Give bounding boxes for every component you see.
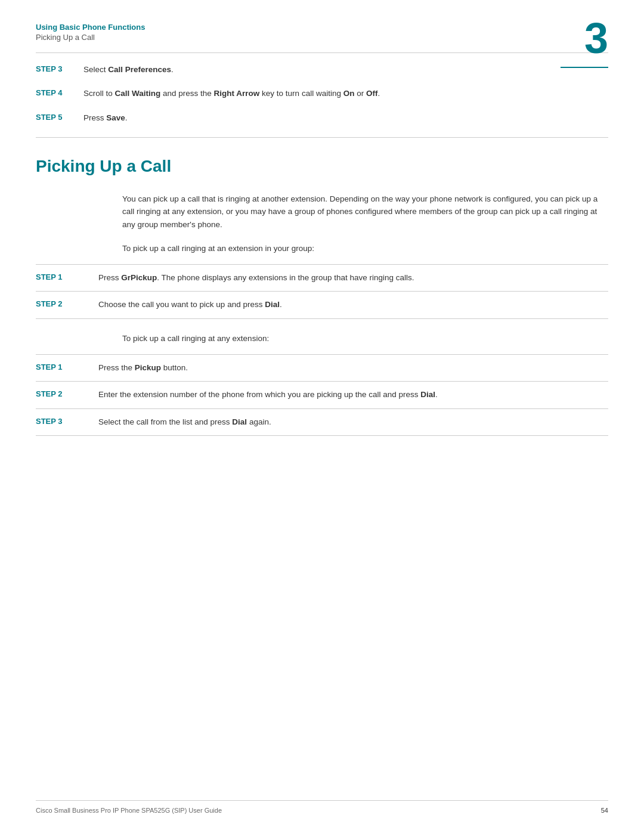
footer-page: 54	[601, 807, 608, 814]
any-ext-step-content-1: Press the Pickup button.	[83, 362, 188, 374]
header: Using Basic Phone Functions Picking Up a…	[0, 0, 644, 42]
top-step-content-4: Scroll to Call Waiting and press the Rig…	[83, 88, 380, 100]
top-step-row-4: STEP 4 Scroll to Call Waiting and press …	[36, 88, 608, 106]
any-ext-step-label-3: STEP 3	[36, 416, 83, 426]
group-step-content-2: Choose the call you want to pick up and …	[83, 299, 282, 311]
top-steps-section: STEP 3 Select Call Preferences. STEP 4 S…	[0, 53, 644, 130]
group-intro: To pick up a call ringing at an extensio…	[122, 242, 608, 255]
top-step-label-3: STEP 3	[36, 64, 83, 73]
group-step-label-1: STEP 1	[36, 272, 83, 281]
group-step-row-2: STEP 2 Choose the call you want to pick …	[0, 292, 644, 318]
intro-area: You can pick up a call that is ringing a…	[0, 176, 644, 255]
group-step-row-1: STEP 1 Press GrPickup. The phone display…	[0, 265, 644, 291]
section-heading: Picking Up a Call	[0, 138, 644, 176]
footer-left: Cisco Small Business Pro IP Phone SPA525…	[36, 807, 222, 814]
top-step-content-5: Press Save.	[83, 112, 128, 124]
chapter-number: 3	[584, 17, 608, 60]
header-section-title: Picking Up a Call	[36, 33, 608, 42]
any-ext-step-row-3: STEP 3 Select the call from the list and…	[0, 409, 644, 435]
chapter-number-line	[561, 67, 608, 68]
intro-paragraph: You can pick up a call that is ringing a…	[122, 193, 608, 231]
group-step-content-1: Press GrPickup. The phone displays any e…	[83, 272, 414, 284]
page-container: Using Basic Phone Functions Picking Up a…	[0, 0, 644, 833]
top-step-label-5: STEP 5	[36, 112, 83, 122]
top-step-row-5: STEP 5 Press Save.	[36, 112, 608, 130]
any-ext-steps-bottom-divider	[36, 435, 608, 436]
chapter-title: Using Basic Phone Functions	[36, 23, 608, 32]
any-ext-step-row-1: STEP 1 Press the Pickup button.	[0, 355, 644, 381]
top-step-content-3: Select Call Preferences.	[83, 64, 174, 76]
any-ext-intro-area: To pick up a call ringing at any extensi…	[0, 319, 644, 345]
any-ext-step-label-2: STEP 2	[36, 389, 83, 398]
any-ext-step-row-2: STEP 2 Enter the extension number of the…	[0, 382, 644, 408]
top-step-label-4: STEP 4	[36, 88, 83, 97]
any-ext-step-content-2: Enter the extension number of the phone …	[83, 389, 438, 401]
top-step-row-3: STEP 3 Select Call Preferences.	[36, 64, 608, 82]
footer: Cisco Small Business Pro IP Phone SPA525…	[36, 800, 608, 814]
any-ext-intro: To pick up a call ringing at any extensi…	[122, 332, 608, 345]
any-ext-step-label-1: STEP 1	[36, 362, 83, 371]
group-step-label-2: STEP 2	[36, 299, 83, 308]
any-ext-step-content-3: Select the call from the list and press …	[83, 416, 271, 428]
